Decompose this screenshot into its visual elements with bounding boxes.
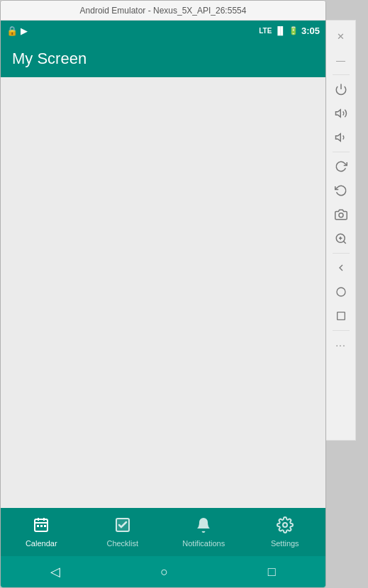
more-button[interactable]: ··· bbox=[330, 334, 352, 356]
app-bar-title: My Screen bbox=[12, 50, 87, 68]
sidebar-panel: ✕ — bbox=[326, 20, 356, 441]
status-bar-left: 🔒 ▶ bbox=[6, 26, 28, 36]
checklist-label: Checklist bbox=[106, 539, 138, 548]
nav-item-calendar[interactable]: Calendar bbox=[13, 516, 69, 548]
checklist-icon bbox=[114, 516, 131, 538]
rotate-ccw-button[interactable] bbox=[330, 179, 352, 202]
emulator-window: Android Emulator - Nexus_5X_API_26:5554 … bbox=[0, 0, 326, 588]
calendar-icon bbox=[33, 516, 50, 538]
status-bar: 🔒 ▶ LTE ▐▌ 🔋 3:05 bbox=[1, 21, 325, 40]
lte-icon: LTE bbox=[259, 27, 272, 35]
home-nav-icon[interactable] bbox=[330, 281, 352, 303]
status-bar-right: LTE ▐▌ 🔋 3:05 bbox=[259, 26, 320, 36]
svg-marker-12 bbox=[335, 134, 340, 142]
svg-rect-19 bbox=[337, 312, 345, 320]
settings-icon bbox=[277, 516, 294, 538]
notifications-label: Notifications bbox=[182, 539, 225, 548]
back-nav-icon[interactable] bbox=[330, 256, 352, 279]
window-minimize-button[interactable]: — bbox=[330, 49, 352, 72]
nav-buttons-bar: ◁ ○ □ bbox=[1, 556, 325, 587]
main-content bbox=[1, 77, 325, 508]
signal-bars-icon: ▐▌ bbox=[274, 26, 286, 35]
window-close-button[interactable]: ✕ bbox=[330, 25, 352, 47]
app-bar: My Screen bbox=[1, 40, 325, 77]
phone-body: 🔒 ▶ LTE ▐▌ 🔋 3:05 My Screen bbox=[1, 21, 325, 587]
home-button[interactable]: ○ bbox=[149, 559, 179, 585]
svg-marker-11 bbox=[335, 110, 340, 118]
recents-button[interactable]: □ bbox=[257, 559, 287, 585]
rotate-cw-button[interactable] bbox=[330, 155, 352, 178]
play-icon: ▶ bbox=[21, 26, 28, 36]
recents-nav-icon[interactable] bbox=[330, 305, 352, 327]
title-bar: Android Emulator - Nexus_5X_API_26:5554 bbox=[1, 1, 325, 21]
status-time: 3:05 bbox=[301, 26, 320, 36]
camera-button[interactable] bbox=[330, 203, 352, 226]
svg-rect-5 bbox=[40, 525, 43, 527]
calendar-label: Calendar bbox=[26, 539, 57, 548]
nav-item-notifications[interactable]: Notifications bbox=[175, 516, 232, 548]
svg-rect-6 bbox=[44, 525, 46, 527]
power-button[interactable] bbox=[330, 78, 352, 101]
svg-point-18 bbox=[337, 288, 345, 296]
volume-down-button[interactable] bbox=[330, 126, 352, 149]
nav-item-checklist[interactable]: Checklist bbox=[94, 516, 151, 548]
svg-point-13 bbox=[339, 213, 343, 217]
title-bar-text: Android Emulator - Nexus_5X_API_26:5554 bbox=[80, 6, 247, 16]
svg-line-15 bbox=[343, 241, 345, 243]
zoom-button[interactable] bbox=[330, 227, 352, 250]
notifications-icon bbox=[195, 516, 212, 538]
notification-icon: 🔒 bbox=[6, 26, 18, 36]
svg-point-9 bbox=[283, 523, 287, 527]
settings-label: Settings bbox=[271, 539, 299, 548]
back-button[interactable]: ◁ bbox=[39, 558, 72, 585]
nav-item-settings[interactable]: Settings bbox=[257, 516, 313, 548]
svg-rect-4 bbox=[37, 525, 39, 527]
bottom-nav: Calendar Checklist bbox=[1, 508, 325, 556]
battery-icon: 🔋 bbox=[289, 26, 299, 35]
volume-up-button[interactable] bbox=[330, 102, 352, 125]
